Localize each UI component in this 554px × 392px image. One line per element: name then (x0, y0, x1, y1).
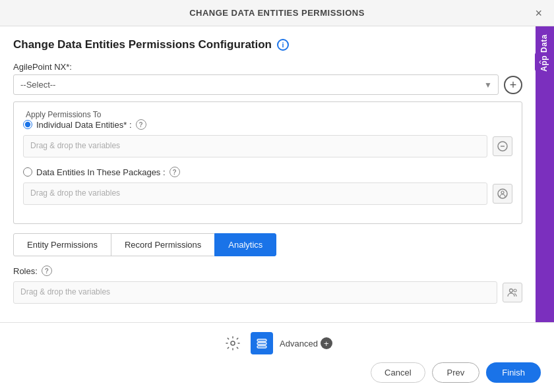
svg-point-3 (501, 191, 504, 194)
roles-help-icon[interactable]: ? (42, 266, 52, 276)
tab-record-permissions[interactable]: Record Permissions (111, 233, 215, 256)
packages-radio[interactable] (23, 167, 32, 177)
individual-entities-row: Individual Data Entities* : ? (23, 119, 512, 130)
individual-drag-row: Drag & drop the variables (23, 135, 512, 157)
agilepoint-select-row: --Select-- ▼ + (13, 74, 522, 95)
finish-button[interactable]: Finish (486, 362, 541, 383)
page-title: Change Data Entities Permissions Configu… (13, 38, 272, 51)
user-group-icon (507, 287, 518, 298)
roles-drag-row: Drag & drop the variables (13, 281, 522, 304)
svg-rect-7 (257, 339, 266, 341)
minus-circle-icon (497, 141, 508, 152)
advanced-plus-icon: + (321, 337, 332, 349)
tab-analytics[interactable]: Analytics (214, 233, 276, 256)
packages-drag-row: Drag & drop the variables (23, 182, 512, 205)
svg-rect-9 (257, 346, 266, 348)
apply-permissions-fieldset: Apply Permissions To Individual Data Ent… (13, 101, 522, 224)
user-circle-icon (497, 188, 508, 199)
tabs-bar: Entity Permissions Record Permissions An… (13, 233, 522, 256)
info-icon[interactable]: i (277, 39, 289, 51)
form-area: Change Data Entities Permissions Configu… (0, 26, 536, 322)
modal-title: CHANGE DATA ENTITIES PERMISSIONS (189, 8, 365, 18)
settings-icon-button[interactable] (222, 332, 244, 354)
packages-label: Data Entities In These Packages : (36, 167, 166, 177)
packages-drag-field[interactable]: Drag & drop the variables (23, 182, 487, 205)
fieldset-legend: Apply Permissions To (23, 110, 512, 119)
svg-point-5 (514, 289, 516, 292)
packages-field-icon-btn[interactable] (493, 184, 512, 204)
individual-help-icon[interactable]: ? (136, 119, 146, 130)
app-data-label: App Data (536, 26, 553, 80)
page-heading: Change Data Entities Permissions Configu… (13, 38, 522, 51)
cancel-button[interactable]: Cancel (371, 362, 425, 383)
roles-field-icon-btn[interactable] (503, 283, 522, 302)
toolbar-icons-row: Advanced + (13, 332, 541, 354)
gear-icon (226, 336, 240, 350)
advanced-row[interactable]: Advanced + (280, 337, 332, 349)
individual-drag-field[interactable]: Drag & drop the variables (23, 135, 487, 157)
agilepoint-select[interactable]: --Select-- (13, 74, 499, 95)
close-button[interactable]: × (531, 6, 546, 20)
agilepoint-row: AgilePoint NX*: --Select-- ▼ + (13, 62, 522, 95)
roles-label: Roles: (13, 266, 38, 276)
main-content: Change Data Entities Permissions Configu… (0, 26, 554, 322)
advanced-label: Advanced (280, 339, 318, 349)
svg-point-4 (510, 289, 513, 293)
tab-entity-permissions[interactable]: Entity Permissions (13, 233, 111, 256)
roles-drag-field[interactable]: Drag & drop the variables (13, 281, 497, 304)
roles-section: Roles: ? (13, 266, 522, 276)
svg-point-6 (231, 341, 235, 345)
individual-field-icon-btn[interactable] (493, 136, 512, 156)
packages-row: Data Entities In These Packages : ? (23, 167, 512, 177)
individual-entities-radio[interactable] (23, 120, 32, 129)
svg-rect-8 (257, 343, 266, 345)
prev-button[interactable]: Prev (432, 362, 480, 383)
individual-entities-label: Individual Data Entities* : (36, 120, 132, 130)
add-button[interactable]: + (504, 76, 522, 94)
packages-help-icon[interactable]: ? (169, 167, 180, 177)
agilepoint-label: AgilePoint NX*: (13, 62, 522, 72)
agilepoint-select-wrapper: --Select-- ▼ (13, 74, 499, 95)
data-icon-button[interactable] (251, 332, 273, 354)
app-data-sidebar[interactable]: ‹ App Data (536, 26, 554, 322)
action-buttons-row: Cancel Prev Finish (13, 362, 541, 383)
title-bar: CHANGE DATA ENTITIES PERMISSIONS × (0, 0, 554, 26)
database-icon (255, 337, 268, 350)
bottom-toolbar: Advanced + Cancel Prev Finish (0, 322, 554, 392)
